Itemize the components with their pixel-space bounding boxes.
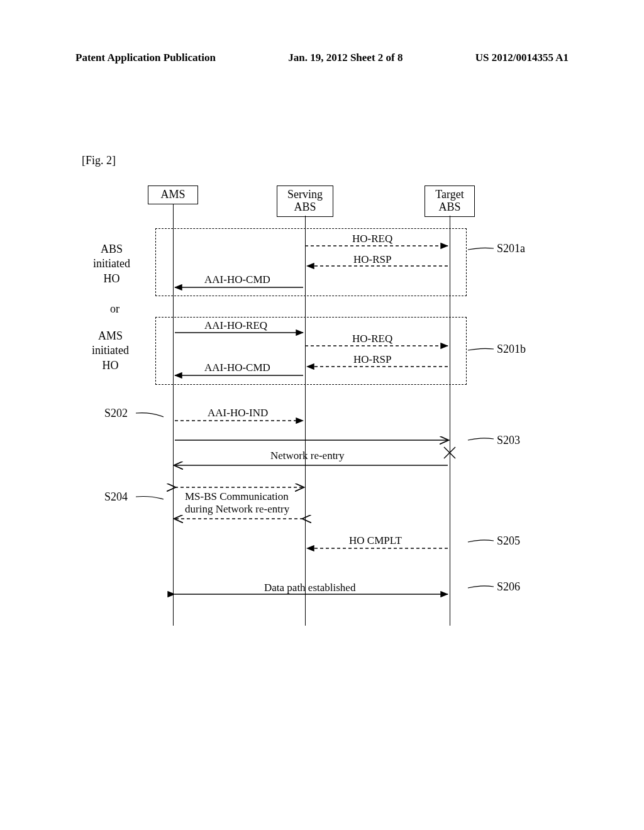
msg-aai-ho-cmd-2: AAI-HO-CMD (204, 362, 270, 374)
msg-network-reentry: Network re-entry (270, 450, 345, 462)
header-left: Patent Application Publication (75, 52, 216, 64)
figure-label: [Fig. 2] (82, 154, 116, 167)
msg-ms-bs-1: MS-BS Communication (185, 490, 289, 503)
msg-aai-ho-ind: AAI-HO-IND (208, 407, 268, 419)
label-abs-initiated: ABS initiated HO (93, 242, 130, 286)
msg-ms-bs-2: during Network re-entry (185, 503, 289, 516)
msg-ho-rsp-1: HO-RSP (353, 253, 391, 266)
msg-aai-ho-cmd-1: AAI-HO-CMD (204, 274, 270, 286)
callout-s206: S206 (497, 580, 520, 594)
node-serving-abs: Serving ABS (277, 185, 333, 217)
msg-ho-rsp-2: HO-RSP (353, 353, 391, 366)
callout-s201a: S201a (497, 242, 525, 255)
msg-aai-ho-req: AAI-HO-REQ (204, 319, 267, 332)
msg-ho-req-1: HO-REQ (352, 233, 392, 245)
header-right: US 2012/0014355 A1 (475, 52, 569, 64)
msg-ho-req-2: HO-REQ (352, 333, 392, 345)
msg-data-path: Data path established (264, 582, 355, 594)
label-or: or (110, 302, 119, 316)
callout-s201b: S201b (497, 343, 526, 356)
node-ams: AMS (148, 185, 198, 204)
label-ams-initiated: AMS initiated HO (92, 329, 129, 373)
group-ams-initiated (155, 317, 467, 385)
node-target-abs: Target ABS (425, 185, 475, 217)
sequence-diagram: AMS Serving ABS Target ABS ABS initiated… (82, 185, 560, 626)
callout-s205: S205 (497, 534, 520, 548)
header-center: Jan. 19, 2012 Sheet 2 of 8 (288, 52, 402, 64)
group-abs-initiated (155, 228, 467, 296)
callout-s203: S203 (497, 434, 520, 447)
callout-s204: S204 (104, 490, 128, 504)
msg-ho-cmplt: HO CMPLT (349, 534, 402, 547)
callout-s202: S202 (104, 407, 128, 420)
